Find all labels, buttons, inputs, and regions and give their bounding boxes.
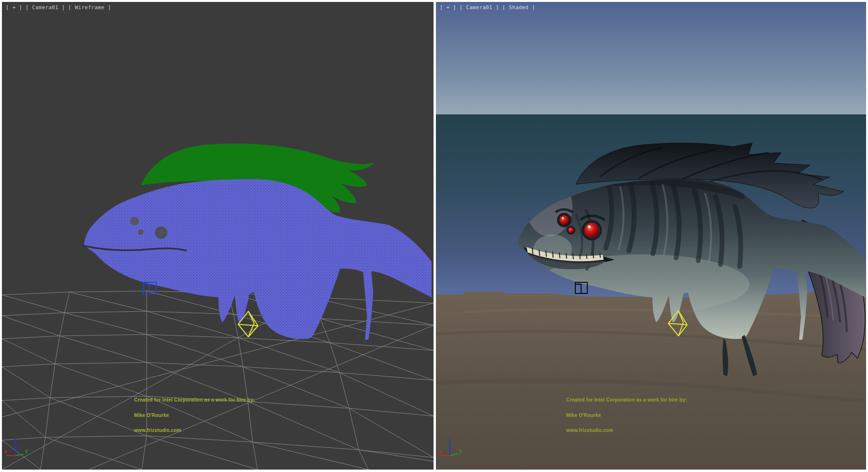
- eye-wireframe: [138, 229, 144, 235]
- axis-y-label: y: [459, 448, 462, 454]
- viewport-shaded[interactable]: z x y [ + ] [ Camera01 ] [ Shaded ] Crea…: [436, 2, 866, 470]
- tooth-gap: [600, 253, 600, 258]
- tooth-gap: [539, 250, 540, 256]
- tooth-gap: [532, 248, 533, 254]
- eye-red: [559, 215, 569, 225]
- tooth-gap: [573, 253, 573, 259]
- tooth-gap: [580, 254, 580, 259]
- tooth-gap: [593, 253, 594, 258]
- sky: [436, 2, 866, 114]
- viewport-label-wireframe[interactable]: [ + ] [ Camera01 ] [ Wireframe ]: [6, 4, 111, 10]
- axis-z-label: z: [14, 437, 17, 443]
- eye-red-large: [584, 223, 599, 237]
- tooth-gap: [586, 254, 587, 259]
- axis-z-label: z: [448, 437, 451, 443]
- dual-viewport-screenshot: z x y [ + ] [ Camera01 ] [ Wireframe ] C…: [0, 0, 868, 472]
- wireframe-scene: z x y: [2, 2, 434, 470]
- tooth-gap: [553, 251, 553, 258]
- tooth-gap: [546, 250, 546, 257]
- eye-specular: [588, 225, 591, 228]
- viewport-wireframe[interactable]: z x y [ + ] [ Camera01 ] [ Wireframe ] C…: [2, 2, 434, 470]
- axis-x-label: x: [4, 448, 8, 454]
- tooth-gap: [559, 252, 560, 258]
- tooth-gap: [566, 253, 567, 259]
- axis-y-label: y: [25, 448, 28, 454]
- axis-x-label: x: [438, 448, 442, 454]
- shaded-scene: z x y: [436, 2, 866, 470]
- eye-specular: [562, 217, 564, 219]
- viewport-label-shaded[interactable]: [ + ] [ Camera01 ] [ Shaded ]: [440, 4, 535, 10]
- eye-wireframe: [130, 217, 139, 225]
- eye-red: [568, 227, 574, 233]
